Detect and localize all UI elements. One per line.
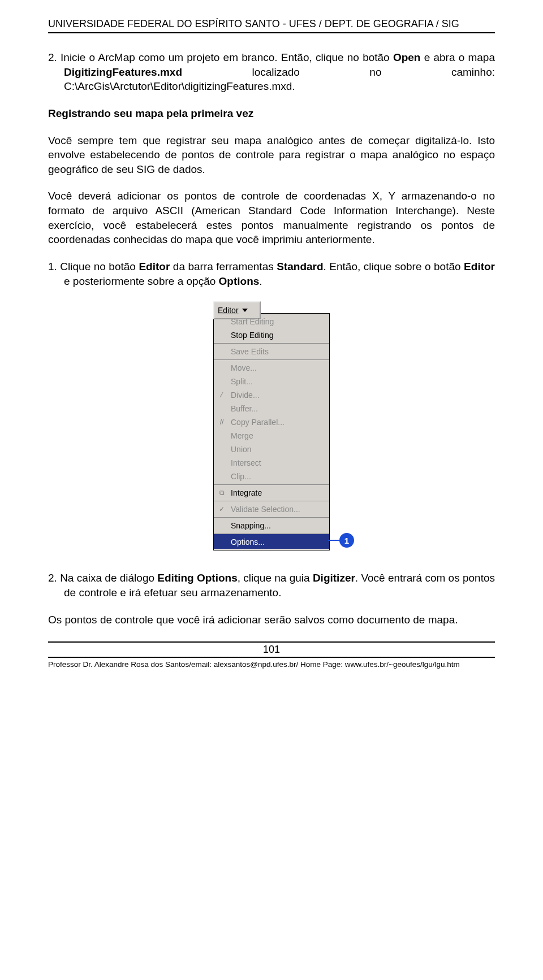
paragraph-save-note: Os pontos de controle que você irá adici… bbox=[48, 613, 495, 627]
menu-item-split[interactable]: Split... bbox=[214, 375, 329, 388]
parallel-icon: // bbox=[217, 418, 226, 427]
menu-item-label: Options... bbox=[231, 537, 265, 547]
menu-item-label: Merge bbox=[231, 431, 253, 440]
menu-item-label: Integrate bbox=[231, 488, 262, 497]
check-icon: ✓ bbox=[217, 505, 226, 514]
menu-item-label: Save Edits bbox=[231, 347, 269, 356]
callout-leader-line bbox=[328, 540, 339, 541]
bold-editing-options: Editing Options bbox=[157, 572, 237, 584]
text: da barra ferramentas bbox=[170, 261, 277, 272]
menu-item-buffer[interactable]: Buffer... bbox=[214, 402, 329, 415]
page-header: UNIVERSIDADE FEDERAL DO ESPÍRITO SANTO -… bbox=[48, 18, 495, 33]
bold-editor2: Editor bbox=[464, 261, 495, 272]
paragraph-step2: 2. Inicie o ArcMap como um projeto em br… bbox=[48, 50, 495, 94]
menu-item-label: Split... bbox=[231, 377, 253, 386]
bold-options: Options bbox=[219, 275, 260, 287]
menu-item-label: Buffer... bbox=[231, 404, 258, 413]
menu-item-label: Stop Editing bbox=[231, 331, 274, 340]
text: 2. Inicie o ArcMap como um projeto em br… bbox=[48, 51, 393, 63]
menu-item-integrate[interactable]: ⧉Integrate bbox=[214, 484, 329, 500]
text: e posteriormente sobre a opção bbox=[64, 275, 219, 287]
bold-filename: DigitizingFeatures.mxd bbox=[64, 66, 182, 78]
menu-item-label: Move... bbox=[231, 363, 257, 372]
menu-item-options[interactable]: Options... bbox=[214, 534, 329, 549]
text: , clique na guia bbox=[238, 572, 313, 584]
menu-item-snapping[interactable]: Snapping... bbox=[214, 517, 329, 532]
menu-item-merge[interactable]: Merge bbox=[214, 429, 329, 443]
callout-number-badge: 1 bbox=[339, 533, 354, 548]
text: . Então, clique sobre o botão bbox=[324, 261, 464, 272]
text: 1. Clique no botão bbox=[48, 261, 139, 272]
editor-button-label: Editor bbox=[218, 306, 239, 315]
menu-item-union[interactable]: Union bbox=[214, 443, 329, 456]
editor-dropdown-menu: Editor Start Editing Stop Editing Save E… bbox=[213, 313, 330, 550]
menu-item-intersect[interactable]: Intersect bbox=[214, 456, 329, 470]
menu-item-save-edits[interactable]: Save Edits bbox=[214, 343, 329, 358]
bold-editor: Editor bbox=[139, 261, 170, 272]
menu-item-move[interactable]: Move... bbox=[214, 359, 329, 375]
bold-standard: Standard bbox=[277, 261, 323, 272]
callout-1: 1 bbox=[328, 533, 354, 548]
paragraph-step2-editing-options: 2. Na caixa de diálogo Editing Options, … bbox=[48, 571, 495, 600]
subheading-registering: Registrando seu mapa pela primeira vez bbox=[48, 106, 495, 121]
paragraph-control-points: Você deverá adicionar os pontos de contr… bbox=[48, 189, 495, 247]
integrate-icon: ⧉ bbox=[217, 488, 226, 497]
text: . bbox=[259, 275, 262, 287]
menu-item-label: Union bbox=[231, 445, 252, 454]
menu-item-label: Intersect bbox=[231, 458, 261, 467]
menu-item-label: Validate Selection... bbox=[231, 505, 300, 514]
menu-item-clip[interactable]: Clip... bbox=[214, 470, 329, 483]
menu-item-label: Clip... bbox=[231, 472, 251, 481]
menu-list: Start Editing Stop Editing Save Edits Mo… bbox=[214, 314, 329, 550]
menu-item-label: Snapping... bbox=[231, 521, 271, 530]
chevron-down-icon bbox=[242, 309, 248, 312]
bold-digitizer: Digitizer bbox=[313, 572, 355, 584]
menu-item-copy-parallel[interactable]: //Copy Parallel... bbox=[214, 415, 329, 429]
menu-item-label: Start Editing bbox=[231, 317, 274, 326]
menu-item-stop-editing[interactable]: Stop Editing bbox=[214, 328, 329, 342]
text: 2. Na caixa de diálogo bbox=[48, 572, 157, 584]
bold-open: Open bbox=[393, 51, 421, 63]
editor-menu-screenshot: Editor Start Editing Stop Editing Save E… bbox=[48, 301, 495, 550]
menu-item-validate-selection[interactable]: ✓Validate Selection... bbox=[214, 501, 329, 516]
page-number: 101 bbox=[48, 641, 495, 658]
paragraph-register-info: Você sempre tem que registrar seu mapa a… bbox=[48, 133, 495, 177]
menu-item-divide[interactable]: ∕Divide... bbox=[214, 388, 329, 402]
page-footer: Professor Dr. Alexandre Rosa dos Santos/… bbox=[48, 660, 495, 669]
menu-item-label: Copy Parallel... bbox=[231, 418, 285, 427]
divide-icon: ∕ bbox=[217, 391, 226, 400]
menu-item-start-editing[interactable]: Start Editing bbox=[214, 315, 329, 328]
paragraph-step1-editor: 1. Clique no botão Editor da barra ferra… bbox=[48, 259, 495, 288]
document-page: UNIVERSIDADE FEDERAL DO ESPÍRITO SANTO -… bbox=[0, 0, 543, 980]
menu-item-label: Divide... bbox=[231, 391, 260, 400]
text: e abra o mapa bbox=[420, 51, 495, 63]
